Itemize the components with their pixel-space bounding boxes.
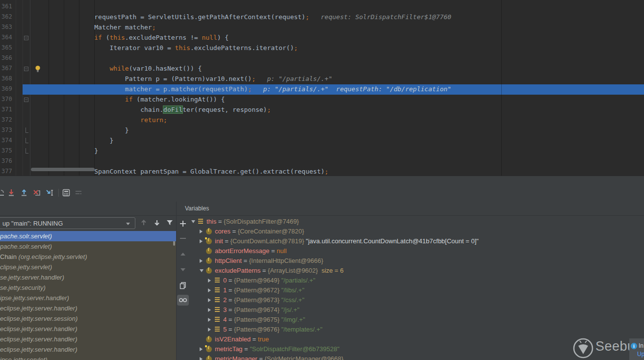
frame-row[interactable]: pache.solr.servlet): [0, 231, 176, 241]
horizontal-scrollbar-thumb[interactable]: [31, 168, 95, 171]
code-line[interactable]: 366: [0, 53, 644, 64]
chevron-down-icon[interactable]: [191, 220, 195, 223]
chevron-right-icon[interactable]: [208, 279, 211, 283]
line-number: 362: [1, 13, 12, 20]
chevron-right-icon[interactable]: [200, 347, 203, 351]
frame-package: se.jetty.server.handler): [0, 274, 64, 281]
frame-row[interactable]: eclipse.jetty.server.handler): [0, 344, 176, 355]
frame-row[interactable]: pache.solr.servlet): [0, 241, 176, 252]
chevron-right-icon[interactable]: [208, 308, 211, 312]
add-watch-icon[interactable]: [179, 219, 187, 228]
fold-marker-icon[interactable]: [24, 67, 28, 71]
fold-marker-icon[interactable]: [26, 148, 28, 154]
code-text: if (matcher.lookingAt()) {: [33, 96, 225, 103]
code-text: matcher = p.matcher(requestPath); p: "/p…: [33, 85, 451, 93]
force-step-into-icon[interactable]: [7, 188, 16, 197]
variable-row[interactable]: excludePatterns = {ArrayList@9602} size …: [189, 266, 644, 276]
code-line[interactable]: 375 }: [0, 146, 644, 156]
variables-tab-label: Variables: [185, 205, 209, 212]
balloon-link[interactable]: Up: [637, 351, 644, 358]
execution-line[interactable]: 369 matcher = p.matcher(requestPath); p:…: [0, 84, 644, 95]
code-line[interactable]: 371 chain.doFilter(request, response);: [0, 105, 644, 115]
previous-frame-button[interactable]: [139, 218, 150, 229]
drop-frame-icon[interactable]: [32, 188, 41, 197]
fold-marker-icon[interactable]: [24, 36, 28, 40]
variable-row[interactable]: this = {SolrDispatchFilter@7469}: [189, 217, 644, 227]
frame-package: eclipse.jetty.server.handler): [0, 305, 77, 312]
code-text: chain.doFilter(request, response);: [33, 106, 271, 113]
show-watches-toggle[interactable]: [177, 295, 189, 306]
chevron-right-icon[interactable]: [208, 318, 211, 322]
frame-row[interactable]: Chain (org.eclipse.jetty.servlet): [0, 252, 176, 262]
code-line[interactable]: 367 while(var10.hasNext()) {: [0, 64, 644, 74]
variable-row[interactable]: init = {CountDownLatch@7819} "java.util.…: [189, 236, 644, 246]
remove-watch-icon[interactable]: [179, 234, 187, 243]
variable-row[interactable]: 4 = {Pattern@9675} "/img/.+": [189, 315, 644, 325]
variable-row[interactable]: abortErrorMessage = null: [189, 246, 644, 256]
code-line[interactable]: 374 }: [0, 136, 644, 146]
code-line[interactable]: 373 }: [0, 126, 644, 136]
chevron-right-icon[interactable]: [200, 357, 203, 360]
chevron-right-icon[interactable]: [208, 288, 211, 292]
run-to-cursor-icon[interactable]: [45, 188, 54, 197]
code-line[interactable]: 376: [0, 156, 644, 167]
frame-row[interactable]: eclipse.jetty.server.handler): [0, 324, 176, 334]
frame-row[interactable]: ipse.jetty.server.handler): [0, 293, 176, 303]
variable-row[interactable]: httpClient = {InternalHttpClient@9666}: [189, 256, 644, 266]
variable-text: cores = {CoreContainer@7820}: [215, 227, 304, 236]
variable-text: metricManager = {SolrMetricManager@9668}: [215, 354, 343, 360]
code-line[interactable]: 372 return;: [0, 115, 644, 126]
variable-row[interactable]: 0 = {Pattern@9649} "/partials/.+": [189, 276, 644, 285]
frame-row[interactable]: ipse.jetty.servlet): [0, 355, 176, 360]
move-down-icon[interactable]: [179, 265, 187, 274]
next-frame-button[interactable]: [152, 218, 163, 229]
frame-row[interactable]: se.jetty.server.handler): [0, 272, 176, 283]
code-editor[interactable]: 361362 requestPath = ServletUtils.getPat…: [0, 0, 644, 176]
fold-marker-icon[interactable]: [26, 128, 28, 133]
frame-row[interactable]: eclipse.jetty.server.session): [0, 313, 176, 324]
chevron-right-icon[interactable]: [200, 239, 203, 243]
chevron-right-icon[interactable]: [208, 298, 211, 302]
variable-row[interactable]: cores = {CoreContainer@7820}: [189, 227, 644, 236]
fold-marker-icon[interactable]: [26, 138, 28, 143]
chevron-down-icon: [126, 223, 130, 225]
ide-debugger-window: 361362 requestPath = ServletUtils.getPat…: [0, 0, 644, 360]
code-line[interactable]: 362 requestPath = ServletUtils.getPathAf…: [0, 12, 644, 23]
move-up-icon[interactable]: [179, 250, 187, 258]
field-icon: [206, 258, 212, 264]
thread-selector-dropdown[interactable]: up "main": RUNNING: [0, 217, 135, 229]
stream-chain-icon[interactable]: [74, 188, 83, 197]
intention-bulb-icon[interactable]: [34, 65, 41, 73]
code-line[interactable]: 370 if (matcher.lookingAt()) {: [0, 95, 644, 105]
fold-marker-icon[interactable]: [24, 98, 28, 102]
code-line[interactable]: 361: [0, 2, 644, 12]
variable-row[interactable]: 3 = {Pattern@9674} "/js/.+": [189, 305, 644, 315]
duplicate-icon[interactable]: [179, 281, 187, 290]
chevron-down-icon[interactable]: [200, 269, 204, 272]
line-number: 364: [1, 34, 12, 41]
chevron-right-icon[interactable]: [200, 230, 203, 233]
code-line[interactable]: 377 SpanContext parentSpan = GlobalTrace…: [0, 167, 644, 176]
frame-row[interactable]: clipse.jetty.servlet): [0, 262, 176, 272]
step-partial-icon[interactable]: [0, 188, 5, 197]
frames-list[interactable]: pache.solr.servlet)pache.solr.servlet)Ch…: [0, 231, 176, 360]
variable-row[interactable]: 1 = {Pattern@9672} "/libs/.+": [189, 285, 644, 295]
code-line[interactable]: 365 Iterator var10 = this.excludePattern…: [0, 43, 644, 53]
filter-frames-icon[interactable]: [165, 218, 176, 229]
code-text: return;: [33, 116, 167, 124]
code-line[interactable]: 363 Matcher matcher;: [0, 23, 644, 33]
chevron-right-icon[interactable]: [200, 259, 203, 263]
evaluate-expression-icon[interactable]: [62, 188, 71, 197]
frame-row[interactable]: eclipse.jetty.server.handler): [0, 303, 176, 313]
variable-row[interactable]: 5 = {Pattern@9676} "/templates/.+": [189, 325, 644, 334]
code-line[interactable]: 364 if (this.excludePatterns != null) {: [0, 33, 644, 43]
code-line[interactable]: 368 Pattern p = (Pattern)var10.next(); p…: [0, 74, 644, 84]
variable-row[interactable]: 2 = {Pattern@9673} "/css/.+": [189, 295, 644, 305]
variable-text: 4 = {Pattern@9675} "/img/.+": [223, 315, 305, 325]
step-out-icon[interactable]: [20, 188, 28, 197]
right-margin-guide: [501, 0, 502, 176]
frame-row[interactable]: se.jetty.security): [0, 283, 176, 293]
frame-row[interactable]: eclipse.jetty.server.handler): [0, 334, 176, 344]
chevron-right-icon[interactable]: [208, 328, 211, 332]
line-number: 377: [1, 168, 12, 175]
